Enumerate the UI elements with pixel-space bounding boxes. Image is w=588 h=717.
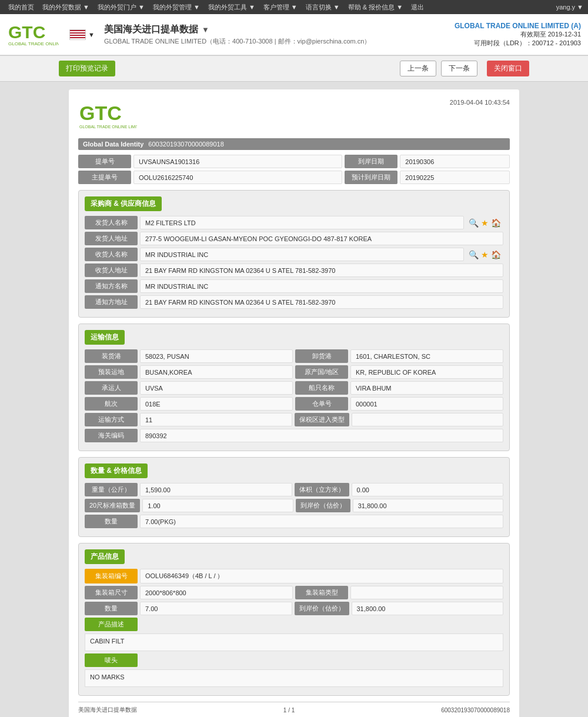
transport-header: 运输信息 <box>85 330 125 345</box>
gtc-logo-svg: GTC GLOBAL TRADE ONLINE LIMITED <box>7 19 59 48</box>
page-header: GTC GLOBAL TRADE ONLINE LIMITED ▼ 美国海关进口… <box>0 14 588 55</box>
document-header: GTC GLOBAL TRADE ONLINE LIMITED 2019-04-… <box>78 99 510 131</box>
print-button-top[interactable]: 打印预览记录 <box>59 61 115 76</box>
nav-buttons-top: 上一条 下一条 关闭窗口 <box>400 61 529 76</box>
consignee-star-icon[interactable]: ★ <box>481 250 489 259</box>
date-value: 20190306 <box>400 155 510 168</box>
sea-bill-row: 海关编码 890392 <box>85 429 503 442</box>
logo: GTC GLOBAL TRADE ONLINE LIMITED <box>7 19 60 49</box>
marks-header-badge: 唛头 <box>85 653 138 667</box>
container-type-value <box>350 586 503 599</box>
master-bill-label: 主提单号 <box>78 171 131 184</box>
title-dropdown-icon[interactable]: ▼ <box>202 25 209 34</box>
container-no-value: OOLU6846349（4B / L / ） <box>140 569 503 583</box>
sea-bill-value: 890392 <box>140 429 503 442</box>
container-size-value: 2000*806*800 <box>140 586 293 599</box>
nav-help[interactable]: 帮助 & 报价信息 ▼ <box>345 3 406 12</box>
product-price-label: 到岸价（估价） <box>295 602 349 615</box>
nav-home[interactable]: 我的首页 <box>5 3 38 12</box>
document-timestamp: 2019-04-04 10:43:54 <box>450 99 510 106</box>
volume-label: 体积（立方米） <box>295 483 349 496</box>
voyage-label: 航次 <box>85 397 138 411</box>
consignee-name-label: 收货人名称 <box>85 248 138 261</box>
notify-addr-label: 通知方地址 <box>85 295 138 309</box>
consignee-name-value: MR INDUSTRIAL INC <box>140 248 464 261</box>
weight-label: 重量（公斤） <box>85 483 138 496</box>
product-qty-price-row: 数量 7.00 到岸价（估价） 31,800.00 <box>85 602 503 615</box>
transport-label: 运输方式 <box>85 413 138 426</box>
price-value: 31,800.00 <box>353 499 503 512</box>
gdi-value: 600320193070000089018 <box>148 141 223 148</box>
svg-text:GLOBAL TRADE ONLINE LIMITED: GLOBAL TRADE ONLINE LIMITED <box>79 125 137 129</box>
doc-footer-center: 1 / 1 <box>283 707 295 713</box>
nav-manage[interactable]: 我的外贸管理 ▼ <box>149 3 203 12</box>
shipper-addr-label: 发货人地址 <box>85 232 138 245</box>
consignee-addr-label: 收货人地址 <box>85 264 138 277</box>
container20-label: 20尺标准箱数量 <box>85 499 140 512</box>
place-receipt-value: BUSAN,KOREA <box>140 365 293 379</box>
consignee-icons: 🔍 ★ 🏠 <box>466 248 503 261</box>
desc-header-row: 产品描述 <box>85 618 503 631</box>
consignee-name-row: 收货人名称 MR INDUSTRIAL INC 🔍 ★ 🏠 <box>85 248 503 261</box>
container-no-label: 集装箱编号 <box>85 569 138 583</box>
close-button-top[interactable]: 关闭窗口 <box>487 61 529 76</box>
master-bill-value: OOLU2616225740 <box>133 171 342 184</box>
voyage-value: 018E <box>140 397 293 411</box>
consignee-search-icon[interactable]: 🔍 <box>469 250 479 259</box>
master-bill-date-row: 主提单号 OOLU2616225740 预计到岸日期 20190225 <box>78 171 510 184</box>
product-qty-value: 7.00 <box>140 602 292 615</box>
shipper-search-icon[interactable]: 🔍 <box>469 218 479 228</box>
nav-trade-data[interactable]: 我的外贸数据 ▼ <box>39 3 93 12</box>
weight-value: 1,590.00 <box>140 483 292 496</box>
svg-text:GTC: GTC <box>79 102 122 124</box>
transport-value: 11 <box>140 413 292 426</box>
bonded-label: 保税区进入类型 <box>295 413 349 426</box>
eta-value: 20190225 <box>400 171 510 184</box>
title-text: 美国海关进口提单数据 <box>104 24 198 36</box>
document-container: GTC GLOBAL TRADE ONLINE LIMITED 2019-04-… <box>68 89 520 717</box>
consignee-home-icon[interactable]: 🏠 <box>491 250 501 259</box>
company-name: GLOBAL TRADE ONLINE LIMITED (A) <box>455 22 581 30</box>
top-toolbar: 打印预览记录 上一条 下一条 关闭窗口 <box>0 55 588 82</box>
nav-tools[interactable]: 我的外贸工具 ▼ <box>205 3 259 12</box>
shipper-home-icon[interactable]: 🏠 <box>491 218 501 228</box>
nav-portal[interactable]: 我的外贸门户 ▼ <box>94 3 148 12</box>
bill-no-value: UVSAUNSA1901316 <box>133 155 342 168</box>
document-footer: 美国海关进口提单数据 1 / 1 600320193070000089018 <box>78 702 510 714</box>
country-label: 原产国/地区 <box>295 365 348 379</box>
shipper-name-label: 发货人名称 <box>85 216 138 229</box>
nav-language[interactable]: 语言切换 ▼ <box>302 3 343 12</box>
prev-button-top[interactable]: 上一条 <box>400 61 436 76</box>
quantity-row: 数量 7.00(PKG) <box>85 515 503 528</box>
flag-selector[interactable]: ▼ <box>69 29 95 40</box>
eta-label: 预计到岸日期 <box>345 171 397 184</box>
notify-addr-row: 通知方地址 21 BAY FARM RD KINGSTON MA 02364 U… <box>85 295 503 309</box>
next-button-top[interactable]: 下一条 <box>441 61 477 76</box>
container20-price-row: 20尺标准箱数量 1.00 到岸价（估价） 31,800.00 <box>85 499 503 512</box>
vessel-label: 船只名称 <box>295 381 348 395</box>
consignee-addr-row: 收货人地址 21 BAY FARM RD KINGSTON MA 02364 U… <box>85 264 503 277</box>
sea-bill-label: 海关编码 <box>85 429 138 442</box>
nav-logout[interactable]: 退出 <box>407 3 427 12</box>
vessel-value: VIRA BHUM <box>350 381 503 395</box>
notify-name-label: 通知方名称 <box>85 279 138 293</box>
header-title-area: 美国海关进口提单数据 ▼ GLOBAL TRADE ONLINE LIMITED… <box>104 24 455 46</box>
shipper-addr-row: 发货人地址 277-5 WOOGEUM-LI GASAN-MYEON POC G… <box>85 232 503 245</box>
shipper-name-row: 发货人名称 M2 FILTERS LTD 🔍 ★ 🏠 <box>85 216 503 229</box>
user-account[interactable]: yang.y ▼ <box>556 4 583 11</box>
nav-crm[interactable]: 客户管理 ▼ <box>260 3 301 12</box>
shipper-star-icon[interactable]: ★ <box>481 218 489 228</box>
loading-port-label: 装货港 <box>85 349 138 363</box>
doc-footer-right: 600320193070000089018 <box>441 707 510 713</box>
discharge-port-value: 1601, CHARLESTON, SC <box>350 349 503 363</box>
doc-logo-svg: GTC GLOBAL TRADE ONLINE LIMITED <box>78 99 137 131</box>
svg-text:GLOBAL TRADE ONLINE LIMITED: GLOBAL TRADE ONLINE LIMITED <box>8 41 59 46</box>
warehouse-value: 000001 <box>350 397 503 411</box>
flag-dropdown-arrow[interactable]: ▼ <box>88 31 95 38</box>
document-logo: GTC GLOBAL TRADE ONLINE LIMITED <box>78 99 137 131</box>
volume-value: 0.00 <box>352 483 504 496</box>
container20-value: 1.00 <box>142 499 293 512</box>
container-no-row: 集装箱编号 OOLU6846349（4B / L / ） <box>85 569 503 583</box>
header-subtitle: GLOBAL TRADE ONLINE LIMITED（电话：400-710-3… <box>104 37 455 46</box>
quantity-header: 数量 & 价格信息 <box>85 463 148 478</box>
